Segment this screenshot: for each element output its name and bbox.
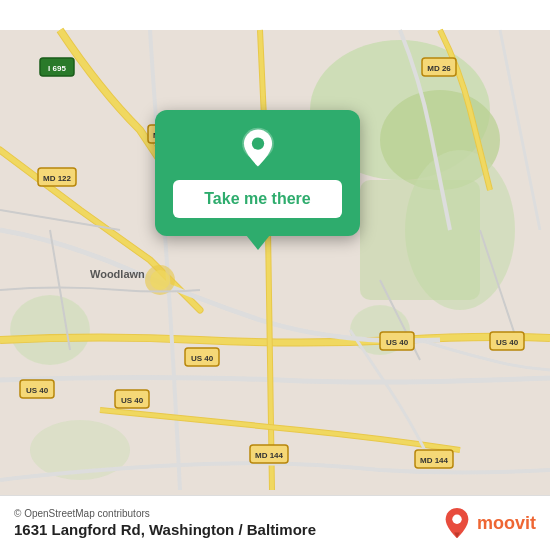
bottom-left-info: © OpenStreetMap contributors 1631 Langfo… (14, 508, 316, 538)
svg-text:US 40: US 40 (386, 338, 409, 347)
svg-text:Woodlawn: Woodlawn (90, 268, 145, 280)
moovit-logo: moovit (443, 506, 536, 540)
take-me-there-button[interactable]: Take me there (173, 180, 342, 218)
svg-text:I 695: I 695 (48, 64, 66, 73)
svg-text:US 40: US 40 (191, 354, 214, 363)
svg-text:US 40: US 40 (496, 338, 519, 347)
svg-point-36 (452, 515, 461, 524)
popup-card: Take me there (155, 110, 360, 236)
moovit-brand-name: moovit (477, 513, 536, 534)
svg-text:MD 144: MD 144 (420, 456, 449, 465)
bottom-bar: © OpenStreetMap contributors 1631 Langfo… (0, 495, 550, 550)
svg-point-6 (10, 295, 90, 365)
svg-rect-4 (360, 180, 480, 300)
svg-text:US 40: US 40 (26, 386, 49, 395)
location-pin-icon (236, 126, 280, 170)
svg-point-9 (150, 270, 170, 290)
svg-text:MD 122: MD 122 (43, 174, 72, 183)
map-svg: I 695 MD 26 MD 122 MD 122 US 40 US 40 US… (0, 0, 550, 550)
address-text: 1631 Langford Rd, Washington / Baltimore (14, 521, 316, 538)
svg-text:MD 26: MD 26 (427, 64, 451, 73)
map-container: I 695 MD 26 MD 122 MD 122 US 40 US 40 US… (0, 0, 550, 550)
svg-text:MD 144: MD 144 (255, 451, 284, 460)
moovit-pin-icon (443, 506, 471, 540)
svg-text:US 40: US 40 (121, 396, 144, 405)
copyright-text: © OpenStreetMap contributors (14, 508, 316, 519)
svg-point-35 (251, 137, 263, 149)
